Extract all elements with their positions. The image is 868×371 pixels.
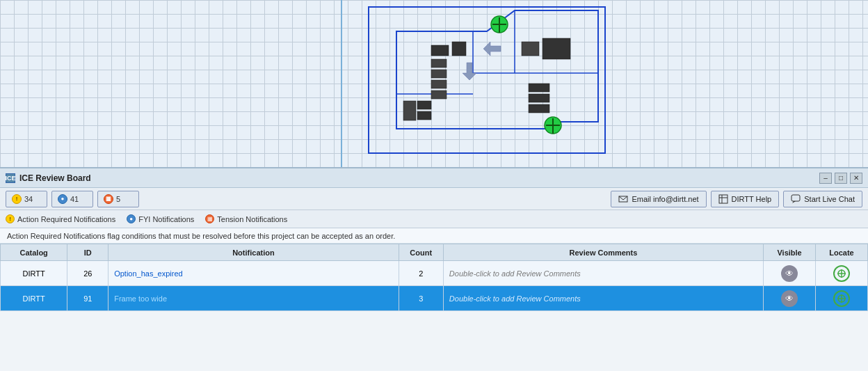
help-button[interactable]: DIRTT Help (711, 191, 780, 207)
svg-rect-17 (529, 104, 549, 113)
chat-icon (791, 194, 801, 204)
help-label: DIRTT Help (732, 195, 772, 203)
description-row: Action Required Notifications flag condi… (0, 228, 868, 244)
svg-rect-19 (522, 42, 539, 56)
tab-fyi[interactable]: ● FYI Notifications (127, 214, 194, 223)
notifications-table: Catalog ID Notification Count Review Com… (0, 244, 868, 311)
cell-locate (816, 261, 868, 286)
description-text: Action Required Notifications flag condi… (7, 232, 395, 240)
cell-catalog: DIRTT (1, 286, 67, 311)
tension-count: 5 (116, 195, 120, 203)
col-comments: Review Comments (443, 244, 763, 261)
cell-count: 2 (399, 261, 443, 286)
email-icon (618, 194, 628, 204)
review-panel: ICE ICE Review Board – □ ✕ ! 34 ● 41 ▦ 5 (0, 167, 868, 371)
col-locate: Locate (816, 244, 868, 261)
canvas-area (0, 0, 868, 167)
help-icon (718, 194, 728, 204)
col-id: ID (67, 244, 108, 261)
panel-title: ICE Review Board (19, 173, 91, 183)
maximize-button[interactable]: □ (835, 173, 847, 184)
svg-rect-15 (529, 84, 549, 92)
live-chat-button[interactable]: Start Live Chat (783, 191, 862, 207)
svg-rect-13 (431, 80, 447, 88)
tab-tension-label: Tension Notifications (217, 215, 287, 223)
title-bar: ICE ICE Review Board – □ ✕ (0, 168, 868, 188)
svg-marker-26 (483, 42, 501, 56)
tab-tension[interactable]: ▦ Tension Notifications (205, 214, 287, 223)
tab-globe-icon: ● (127, 214, 136, 223)
table-row: DIRTT26Option_has_expired2Double-click t… (1, 261, 868, 286)
eye-button[interactable]: 👁 (781, 290, 798, 307)
fyi-count: 41 (70, 195, 79, 203)
title-bar-left: ICE ICE Review Board (6, 173, 91, 183)
chat-label: Start Live Chat (804, 195, 855, 203)
col-catalog: Catalog (1, 244, 67, 261)
svg-rect-18 (542, 38, 570, 59)
minimize-button[interactable]: – (819, 173, 832, 184)
floorplan (362, 3, 626, 166)
cell-visible: 👁 (764, 286, 816, 311)
svg-rect-14 (431, 90, 447, 99)
svg-rect-29 (719, 195, 728, 203)
svg-rect-32 (791, 195, 800, 201)
fyi-badge[interactable]: ● 41 (51, 191, 93, 207)
cell-notification[interactable]: Frame too wide (108, 286, 399, 311)
email-button[interactable]: Email info@dirtt.net (611, 191, 706, 207)
eye-button[interactable]: 👁 (781, 265, 798, 282)
svg-rect-7 (417, 111, 431, 120)
svg-rect-11 (431, 59, 447, 68)
svg-marker-27 (463, 63, 476, 80)
action-count: 34 (24, 195, 33, 203)
col-notification: Notification (108, 244, 399, 261)
toolbar-row: ! 34 ● 41 ▦ 5 Email info@dirtt.net (0, 188, 868, 210)
locate-button[interactable] (833, 265, 850, 282)
tension-badge[interactable]: ▦ 5 (97, 191, 139, 207)
svg-rect-0 (369, 7, 605, 153)
cell-visible: 👁 (764, 261, 816, 286)
svg-rect-10 (452, 42, 466, 56)
action-required-badge[interactable]: ! 34 (6, 191, 47, 207)
table-row: DIRTT91Frame too wide3Double-click to ad… (1, 286, 868, 311)
col-visible: Visible (764, 244, 816, 261)
tab-warn-icon: ! (6, 214, 15, 223)
tab-tension-icon: ▦ (205, 214, 214, 223)
cell-count: 3 (399, 286, 443, 311)
tension-icon: ▦ (104, 194, 113, 204)
svg-rect-9 (431, 45, 449, 56)
tab-fyi-label: FYI Notifications (138, 215, 194, 223)
cell-notification[interactable]: Option_has_expired (108, 261, 399, 286)
svg-rect-12 (431, 70, 447, 78)
tab-action-label: Action Required Notifications (17, 215, 115, 223)
cell-locate (816, 286, 868, 311)
svg-rect-6 (417, 101, 431, 109)
svg-rect-8 (403, 101, 416, 120)
cell-catalog: DIRTT (1, 261, 67, 286)
col-count: Count (399, 244, 443, 261)
email-label: Email info@dirtt.net (632, 195, 698, 203)
table-header-row: Catalog ID Notification Count Review Com… (1, 244, 868, 261)
svg-rect-16 (529, 94, 549, 102)
globe-icon: ● (58, 194, 67, 204)
ice-icon: ICE (6, 173, 15, 183)
close-button[interactable]: ✕ (850, 173, 862, 184)
vertical-divider (341, 0, 342, 167)
locate-button[interactable] (833, 290, 850, 307)
warning-icon: ! (12, 194, 22, 204)
tab-action-required[interactable]: ! Action Required Notifications (6, 214, 115, 223)
tab-row: ! Action Required Notifications ● FYI No… (0, 210, 868, 228)
title-bar-controls: – □ ✕ (819, 173, 862, 184)
cell-comments[interactable]: Double-click to add Review Comments (443, 286, 763, 311)
cell-comments[interactable]: Double-click to add Review Comments (443, 261, 763, 286)
cell-id: 26 (67, 261, 108, 286)
cell-id: 91 (67, 286, 108, 311)
